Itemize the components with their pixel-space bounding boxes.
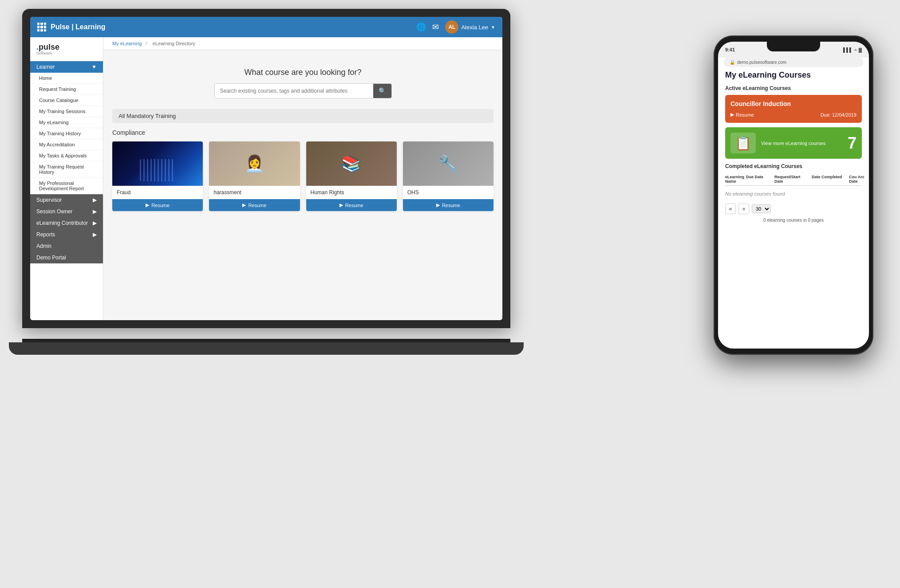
phone-active-section-title: Active eLearning Courses [725, 85, 862, 91]
sidebar-section-reports-label: Reports [36, 231, 55, 238]
course-name-ohs: OHS [403, 186, 493, 199]
play-icon-fraud: ▶ [146, 202, 149, 208]
course-resume-btn-harassment[interactable]: ▶ Resume [209, 199, 300, 211]
phone-url-text: demo.pulsesoftware.com [737, 60, 786, 65]
phone-card-green-content: 📋 [730, 133, 756, 153]
sidebar-logo: .pulse Software [30, 37, 103, 61]
col-cou-arc-date: Cou Arc Date [849, 175, 869, 184]
phone-table-header: eLearning Name Due Date Request/Start Da… [725, 173, 862, 186]
sidebar-section-reports[interactable]: Reports ▶ [30, 229, 103, 240]
resume-label-ohs: Resume [442, 203, 460, 208]
battery-icon: ▓ [859, 47, 862, 52]
chevron-icon-learner: ▼ [91, 64, 97, 70]
grid-icon[interactable] [37, 23, 46, 31]
course-name-human-rights: Human Rights [306, 186, 397, 199]
course-card-ohs: OHS ▶ Resume [403, 141, 493, 211]
search-box: 🔍 [214, 83, 392, 98]
mandatory-training-header: All Mandatory Training [112, 109, 493, 123]
sidebar-section-learner[interactable]: Learner ▼ [30, 61, 103, 73]
search-input[interactable] [215, 84, 373, 98]
sidebar-section-learner-label: Learner [36, 64, 55, 70]
laptop-body: Pulse | Learning 🌐 ✉ AL Alexia Lee ▼ [22, 9, 510, 328]
phone-prev-button[interactable]: « [725, 204, 736, 214]
col-elearning-name: eLearning Name [725, 175, 744, 184]
sidebar-section-session-owner[interactable]: Session Owner ▶ [30, 206, 103, 217]
sidebar-item-my-accreditation[interactable]: My Accreditation [30, 139, 103, 150]
course-card-harassment: harassment ▶ Resume [209, 141, 300, 211]
sidebar-item-request-training[interactable]: Request Training [30, 84, 103, 95]
mail-icon[interactable]: ✉ [432, 22, 439, 32]
phone-resume-label: Resume [736, 112, 754, 118]
phone-active-course-title: Councillor Induction [730, 100, 857, 107]
user-avatar: AL [445, 20, 458, 34]
course-resume-btn-human-rights[interactable]: ▶ Resume [306, 199, 397, 211]
play-icon-human-rights: ▶ [339, 202, 343, 208]
breadcrumb-home-link[interactable]: My eLearning [112, 41, 142, 46]
sidebar-item-course-catalogue[interactable]: Course Catalogue [30, 95, 103, 106]
phone-content: My eLearning Courses Active eLearning Co… [718, 71, 869, 337]
phone: 9:41 ▌▌▌ ≈ ▓ 🔒 demo.pulsesoftware.com My… [714, 35, 873, 355]
sidebar-item-my-tasks[interactable]: My Tasks & Approvals [30, 150, 103, 161]
sidebar-item-my-training-history[interactable]: My Training History [30, 128, 103, 139]
laptop: Pulse | Learning 🌐 ✉ AL Alexia Lee ▼ [22, 9, 510, 355]
breadcrumb-current: eLearning Directory [153, 41, 195, 46]
globe-icon[interactable]: 🌐 [416, 22, 426, 32]
phone-next-button[interactable]: » [738, 204, 749, 214]
resume-label-fraud: Resume [151, 203, 170, 208]
sidebar-section-demo-portal[interactable]: Demo Portal [30, 252, 103, 263]
play-icon-harassment: ▶ [242, 202, 246, 208]
phone-active-course-card: Councillor Induction ▶ Resume Due: 12/04… [725, 95, 862, 123]
phone-no-results-text: No elearning courses found [725, 188, 862, 200]
lock-icon: 🔒 [730, 60, 735, 65]
sidebar-section-demo-portal-label: Demo Portal [36, 255, 66, 261]
phone-url-bar[interactable]: 🔒 demo.pulsesoftware.com [723, 58, 864, 67]
sidebar-item-training-request-history[interactable]: My Training Request History [30, 161, 103, 178]
course-name-harassment: harassment [209, 186, 300, 199]
phone-resume-button[interactable]: ▶ Resume [730, 112, 754, 118]
sidebar-section-supervisor[interactable]: Supervisor ▶ [30, 194, 103, 206]
col-due-date: Due Date [746, 175, 773, 184]
phone-more-courses-card[interactable]: 📋 View more eLearning courses 7 [725, 127, 862, 159]
chevron-icon-reports: ▶ [93, 231, 97, 238]
top-bar-actions: 🌐 ✉ AL Alexia Lee ▼ [416, 20, 495, 34]
scene: Pulse | Learning 🌐 ✉ AL Alexia Lee ▼ [0, 0, 900, 588]
phone-notch [767, 42, 820, 51]
play-icon-ohs: ▶ [436, 202, 440, 208]
search-title: What course are you looking for? [112, 68, 493, 77]
wifi-icon: ≈ [854, 47, 857, 52]
laptop-base [9, 342, 524, 355]
course-resume-btn-fraud[interactable]: ▶ Resume [112, 199, 203, 211]
sidebar-section-elearning-contributor[interactable]: eLearning Contributor ▶ [30, 217, 103, 229]
phone-more-courses-count: 7 [848, 134, 857, 153]
user-menu[interactable]: AL Alexia Lee ▼ [445, 20, 495, 34]
content-inner: What course are you looking for? 🔍 All M… [103, 50, 502, 317]
sidebar-section-admin[interactable]: Admin [30, 240, 103, 252]
logo-dot: . [36, 43, 39, 51]
phone-screen: 9:41 ▌▌▌ ≈ ▓ 🔒 demo.pulsesoftware.com My… [718, 42, 869, 349]
phone-results-info: 0 elearning courses in 0 pages [725, 218, 862, 223]
compliance-label: Compliance [112, 129, 493, 136]
phone-per-page-select[interactable]: 30 [752, 204, 771, 213]
app-title: Pulse | Learning [51, 23, 106, 31]
phone-body: 9:41 ▌▌▌ ≈ ▓ 🔒 demo.pulsesoftware.com My… [714, 35, 873, 355]
resume-label-harassment: Resume [248, 203, 266, 208]
phone-page-title: My eLearning Courses [725, 71, 862, 80]
sidebar: .pulse Software Learner ▼ Home Request T… [30, 37, 103, 320]
chevron-icon-supervisor: ▶ [93, 197, 97, 203]
phone-more-courses-label: View more eLearning courses [761, 141, 825, 146]
sidebar-section-session-owner-label: Session Owner [36, 208, 72, 215]
course-resume-btn-ohs[interactable]: ▶ Resume [403, 199, 493, 211]
breadcrumb: My eLearning / eLearning Directory [103, 37, 502, 50]
sidebar-item-my-elearning[interactable]: My eLearning [30, 117, 103, 128]
sidebar-item-my-training-sessions[interactable]: My Training Sessions [30, 106, 103, 117]
course-thumb-fraud [112, 141, 203, 186]
sidebar-item-home[interactable]: Home [30, 73, 103, 84]
sidebar-section-admin-label: Admin [36, 243, 51, 249]
sidebar-item-professional-development[interactable]: My Professional Development Report [30, 178, 103, 194]
phone-time: 9:41 [725, 47, 735, 52]
col-request-start-date: Request/Start Date [774, 175, 810, 184]
search-button[interactable]: 🔍 [373, 84, 391, 98]
course-thumb-harassment [209, 141, 300, 186]
sidebar-section-supervisor-label: Supervisor [36, 197, 62, 203]
phone-pagination: « » 30 [725, 204, 862, 214]
